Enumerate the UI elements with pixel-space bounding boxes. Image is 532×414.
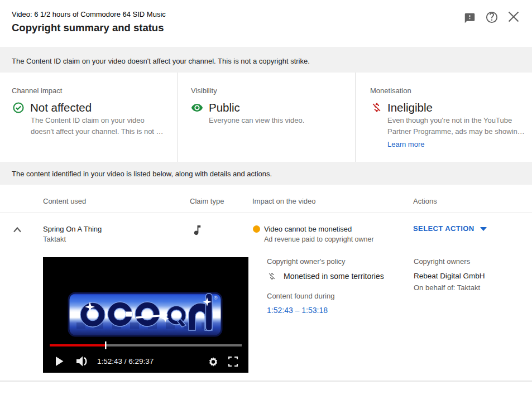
svg-text:®: ®	[214, 295, 218, 301]
svg-text:1:52:43 / 6:29:37: 1:52:43 / 6:29:37	[97, 357, 154, 365]
